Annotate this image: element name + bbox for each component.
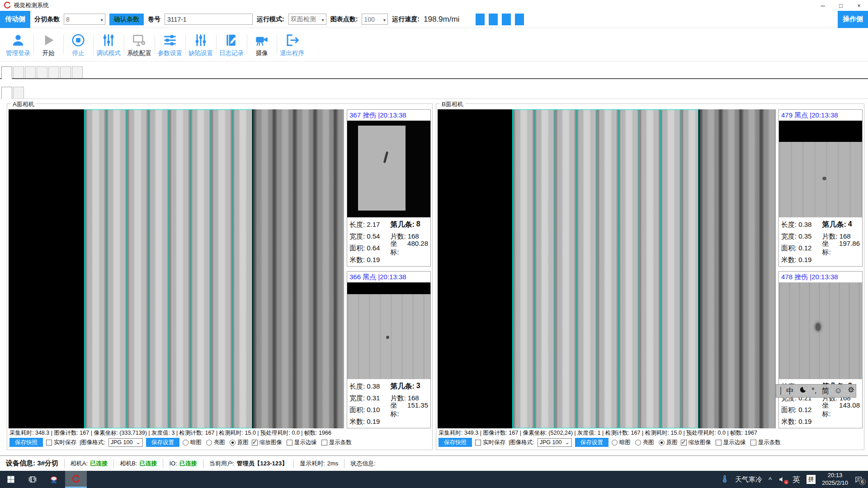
emoji-icon[interactable]: ☺	[835, 386, 842, 395]
chart-points-select[interactable]: 100	[362, 14, 388, 25]
radio-icon	[635, 440, 641, 446]
main-tab-edge-data[interactable]	[60, 66, 71, 78]
image-mode-radio-dark[interactable]: 暗图	[183, 439, 202, 446]
ime-charset-mode[interactable]: 简	[822, 386, 830, 396]
ribbon-button-login[interactable]: 管理登录	[3, 28, 33, 61]
realtime-save-checkbox[interactable]: 实时保存	[475, 439, 505, 446]
realtime-save-checkbox[interactable]: 实时保存	[46, 439, 76, 446]
defect-card-column-b: 479 黑点 |20:13:38 长度:0.38 第几条:4 宽度:0.35 片…	[778, 109, 863, 428]
image-mode-radio-original[interactable]: 原图	[659, 439, 678, 446]
toolbar-button-data-quick-access[interactable]	[502, 14, 511, 25]
main-tab-size-monitor[interactable]	[1, 66, 12, 79]
defect-card-b2[interactable]: 478 挫伤 |20:13:38 长度:0.57 第几条:3 宽度:0.21 片…	[778, 271, 863, 428]
camera-image-b[interactable]	[438, 109, 776, 428]
tray-expand-chevron[interactable]: ^	[769, 476, 772, 483]
taskbar-clock[interactable]: 20:13 2025/2/10	[822, 472, 848, 487]
defect-card-a1[interactable]: 367 挫伤 |20:13:38 长度:2.17 第几条:8 宽度:0.54 片…	[347, 109, 431, 267]
panel-camera-a: A面相机 367 挫伤 |20:13:38	[7, 103, 433, 450]
connection-status: 已连接	[139, 460, 157, 468]
state-info-label: 状态信息:	[344, 459, 382, 468]
ime-punctuation-mode[interactable]: °,	[811, 386, 817, 395]
ribbon-button-debug-mode[interactable]: 调试模式	[93, 28, 124, 61]
image-mode-radio-bright[interactable]: 亮图	[206, 439, 225, 446]
ime-language-indicator[interactable]: 英	[793, 474, 800, 485]
camera-a-status-line: 采集耗时: 348.3 | 图像计数: 167 | 像素坐标: (333,713…	[9, 429, 431, 437]
display-option-checkbox-zoom-image[interactable]: 缩放图像	[252, 439, 282, 446]
camera-image-a[interactable]	[9, 109, 344, 428]
toolbar-button-view-menu[interactable]	[489, 14, 498, 25]
main-tab-defect-monitor[interactable]	[13, 66, 24, 78]
save-snapshot-button[interactable]: 保存快照	[439, 438, 472, 447]
confirm-count-button[interactable]: 确认条数	[109, 14, 144, 25]
gear-icon[interactable]	[847, 386, 855, 396]
camera-b-status-line: 采集耗时: 349.3 | 图像计数: 167 | 像素坐标: (5202,24…	[438, 429, 863, 437]
main-tab-system-params[interactable]	[37, 66, 47, 78]
ribbon-button-log-record[interactable]: 日志记录	[216, 28, 247, 61]
display-option-checkbox-zoom-image[interactable]: 缩放图像	[681, 439, 711, 446]
ime-pinyin-indicator[interactable]: 拼	[807, 475, 816, 484]
maximize-button[interactable]: □	[832, 0, 850, 11]
ribbon-button-stop[interactable]: 停止	[63, 28, 93, 61]
main-tab-product-model[interactable]	[25, 66, 36, 78]
sub-tab-front-image[interactable]	[1, 87, 12, 99]
save-snapshot-button[interactable]: 保存快照	[9, 438, 43, 447]
display-option-checkbox-show-edge[interactable]: 显示边缘	[287, 439, 317, 446]
task-view-button[interactable]	[22, 471, 43, 488]
ribbon-button-param-settings[interactable]: 参数设置	[155, 28, 185, 61]
main-tab-strip	[0, 66, 868, 79]
ribbon-button-start[interactable]: 开始	[33, 28, 63, 61]
snipping-tool-button[interactable]	[43, 471, 65, 488]
operator-side-button[interactable]: 操作侧	[838, 11, 868, 28]
defect-field-row: 面积:0.64 坐标:480.28	[349, 242, 428, 254]
image-mode-radio-bright[interactable]: 亮图	[635, 439, 654, 446]
defect-card-header: 479 黑点 |20:13:38	[779, 110, 862, 121]
camera-b-connection: 相机B:已连接	[114, 459, 163, 468]
save-settings-button[interactable]: 保存设置	[575, 438, 609, 447]
image-format-select[interactable]: JPG 100	[538, 438, 572, 447]
display-time: 显示耗时:2ms	[294, 459, 344, 468]
defect-card-b1[interactable]: 479 黑点 |20:13:38 长度:0.38 第几条:4 宽度:0.35 片…	[778, 109, 863, 267]
ime-drag-handle[interactable]	[780, 387, 781, 395]
chevron-down-icon	[136, 439, 141, 446]
start-button[interactable]	[0, 471, 22, 488]
image-format-select[interactable]: JPG 100	[108, 438, 143, 447]
image-mode-radio-original[interactable]: 原图	[230, 439, 249, 446]
main-tab-status-info[interactable]	[48, 66, 59, 78]
run-mode-select[interactable]: 双面检测	[288, 14, 326, 25]
defect-card-a2[interactable]: 366 黑点 |20:13:38 长度:0.38 第几条:3 宽度:0.31 片…	[347, 271, 431, 428]
ribbon-button-exit-program[interactable]: 退出程序	[277, 28, 307, 61]
windows-taskbar: 天气寒冷 ^ × 英 拼 20:13 2025/2/10 6	[0, 471, 868, 488]
weather-text[interactable]: 天气寒冷	[735, 475, 762, 484]
ribbon-button-system-config[interactable]: 系统配置	[124, 28, 155, 61]
defect-card-header: 478 挫伤 |20:13:38	[779, 272, 862, 282]
drive-side-button[interactable]: 传动侧	[0, 11, 30, 28]
display-option-checkbox-show-edge[interactable]: 显示边缘	[716, 439, 746, 446]
run-speed-label: 运行速度:	[392, 15, 420, 23]
sub-tab-trend-chart[interactable]	[13, 87, 24, 99]
close-button[interactable]: ×	[850, 0, 868, 11]
volume-muted-icon[interactable]: ×	[778, 475, 786, 483]
display-option-checkbox-show-count[interactable]: 显示条数	[321, 439, 352, 446]
toolbar-button-clear-alarm[interactable]	[476, 14, 485, 25]
toolbar-button-help-menu[interactable]	[515, 14, 524, 25]
roll-number-input[interactable]: 3117-1	[165, 14, 253, 25]
checkbox-icon	[750, 440, 756, 446]
ribbon-button-defect-settings[interactable]: 缺陷设置	[185, 28, 216, 61]
notification-center-icon[interactable]: 6	[854, 475, 863, 483]
ribbon-button-capture[interactable]: 摄像	[247, 28, 277, 61]
slit-count-select[interactable]: 8	[64, 14, 105, 25]
checkbox-icon	[475, 440, 481, 446]
image-mode-radio-dark[interactable]: 暗图	[612, 439, 631, 446]
save-settings-button[interactable]: 保存设置	[146, 438, 179, 447]
taskbar-app-vision-system[interactable]	[65, 471, 87, 488]
defect-field-row: 面积:0.10 坐标:151.35	[349, 404, 428, 416]
chevron-down-icon	[320, 16, 324, 23]
minimize-button[interactable]: ─	[814, 0, 832, 11]
notification-badge: 6	[859, 479, 866, 485]
ime-language-mode[interactable]: 中	[786, 386, 794, 396]
main-tab-test[interactable]	[72, 66, 83, 78]
device-info: 设备信息: 3#分切	[0, 459, 65, 468]
moon-icon[interactable]	[799, 386, 807, 396]
checkbox-icon	[46, 440, 52, 446]
display-option-checkbox-show-count[interactable]: 显示条数	[750, 439, 781, 446]
